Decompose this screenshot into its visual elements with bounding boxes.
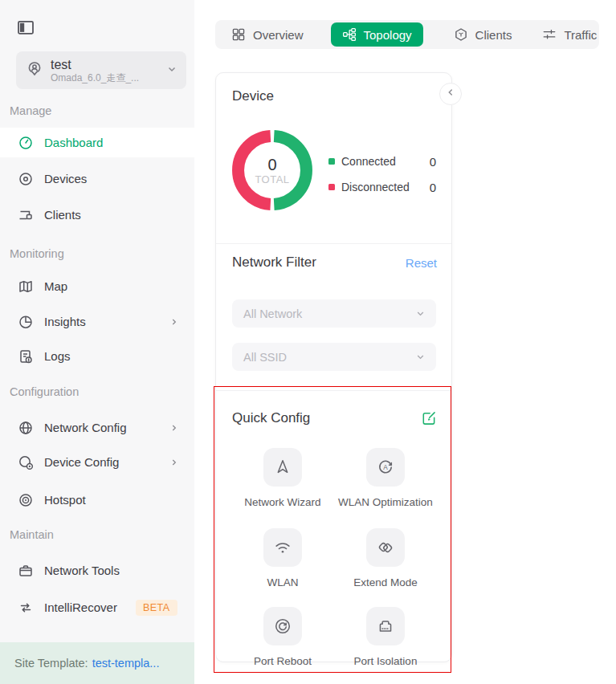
- quick-config-label: WLAN: [267, 576, 298, 588]
- chevron-right-icon: [169, 316, 180, 328]
- network-filter-header: Network Filter Reset: [232, 254, 437, 271]
- sidebar-item-device-config[interactable]: Device Config: [0, 447, 194, 477]
- sidebar-item-intellirecover[interactable]: IntelliRecover BETA: [0, 592, 194, 622]
- tab-label: Clients: [475, 28, 512, 42]
- quick-config-port-isolation[interactable]: Port Isolation: [329, 607, 442, 667]
- globe-icon: [18, 420, 34, 436]
- sidebar-item-label: Network Tools: [44, 564, 120, 577]
- section-label-manage: Manage: [10, 104, 51, 117]
- tab-label: Overview: [253, 28, 304, 42]
- insights-pie-icon: [18, 314, 34, 330]
- device-total-label: TOTAL: [255, 173, 289, 185]
- sidebar-item-clients[interactable]: Clients: [0, 200, 194, 230]
- clients-hexagon-icon: [454, 27, 468, 42]
- chevron-right-icon: [169, 457, 180, 468]
- device-config-gear-icon: [18, 454, 34, 470]
- section-divider: [216, 243, 451, 244]
- all-network-dropdown[interactable]: All Network: [232, 299, 436, 328]
- quick-config-label: WLAN Optimization: [338, 496, 433, 508]
- wifi-icon: [263, 528, 302, 567]
- site-info: test Omada_6.0_走查_...: [51, 57, 158, 84]
- sidebar-item-hotspot[interactable]: Hotspot: [0, 485, 194, 515]
- quick-config-network-wizard[interactable]: Network Wizard: [226, 448, 339, 508]
- sidebar-item-network-config[interactable]: Network Config: [0, 413, 194, 442]
- panel-collapse-icon: [16, 26, 35, 39]
- site-template-label: Site Template:: [14, 657, 88, 670]
- sidebar-item-devices[interactable]: Devices: [0, 164, 194, 193]
- sidebar-item-label: Map: [44, 279, 67, 293]
- site-subtitle: Omada_6.0_走查_...: [51, 72, 158, 84]
- map-icon: [18, 279, 34, 295]
- port-reboot-icon: [263, 607, 302, 645]
- sidebar-item-label: Logs: [44, 349, 71, 363]
- sidebar-item-label: Devices: [44, 172, 87, 185]
- sidebar-item-label: IntelliRecover: [44, 601, 117, 614]
- site-template-link[interactable]: test-templa...: [92, 657, 160, 670]
- site-template-footer: Site Template: test-templa...: [0, 642, 194, 684]
- connected-swatch: [328, 158, 335, 165]
- sidebar-item-network-tools[interactable]: Network Tools: [0, 556, 194, 585]
- extend-mode-icon: [366, 528, 405, 567]
- section-divider: [216, 390, 451, 391]
- quick-config-label: Extend Mode: [353, 576, 418, 588]
- all-ssid-dropdown[interactable]: All SSID: [232, 343, 436, 371]
- svg-text:A: A: [383, 464, 388, 471]
- sidebar-item-map[interactable]: Map: [0, 271, 194, 301]
- dropdown-value: All Network: [243, 307, 302, 320]
- recover-swap-icon: [18, 600, 34, 616]
- legend-row-disconnected: Disconnected 0: [328, 174, 436, 200]
- sidebar-item-label: Dashboard: [44, 136, 103, 149]
- legend-value: 0: [430, 155, 436, 169]
- sidebar-item-label: Hotspot: [44, 493, 86, 507]
- legend-row-connected: Connected 0: [328, 149, 436, 174]
- quick-config-wlan-optimization[interactable]: A WLAN Optimization: [329, 448, 442, 508]
- quick-config-label: Port Isolation: [354, 655, 418, 667]
- section-label-maintain: Maintain: [10, 528, 54, 541]
- quick-config-label: Port Reboot: [254, 655, 312, 667]
- tab-overview[interactable]: Overview: [231, 27, 304, 42]
- quick-config-port-reboot[interactable]: Port Reboot: [226, 607, 339, 667]
- quick-config-header: Quick Config: [232, 409, 437, 426]
- sidebar: test Omada_6.0_走查_... Manage Dashboard D…: [0, 0, 194, 684]
- device-total-value: 0: [267, 156, 276, 173]
- legend-value: 0: [430, 181, 436, 194]
- topology-icon: [342, 27, 357, 42]
- tab-topology[interactable]: Topology: [331, 22, 423, 47]
- legend-label: Connected: [341, 155, 396, 168]
- site-selector[interactable]: test Omada_6.0_走查_...: [16, 51, 186, 89]
- dropdown-value: All SSID: [243, 351, 287, 364]
- site-name: test: [51, 57, 158, 72]
- quick-config-extend-mode[interactable]: Extend Mode: [329, 528, 442, 588]
- sidebar-item-dashboard[interactable]: Dashboard: [0, 128, 194, 157]
- sidebar-item-label: Insights: [44, 315, 86, 328]
- topology-side-panel: Device 0 TOTAL Connected 0 Disconnected …: [215, 72, 452, 662]
- network-wizard-icon: [263, 448, 302, 487]
- quick-config-wlan[interactable]: WLAN: [226, 528, 339, 588]
- hotspot-disc-icon: [18, 492, 34, 508]
- omada-controller-page: test Omada_6.0_走查_... Manage Dashboard D…: [0, 0, 616, 684]
- panel-collapse-button[interactable]: [439, 83, 462, 105]
- tab-label: Topology: [364, 28, 412, 42]
- sidebar-item-label: Device Config: [44, 455, 119, 469]
- legend-label: Disconnected: [341, 181, 410, 193]
- chevron-down-icon: [414, 307, 426, 320]
- logs-document-icon: [18, 348, 34, 364]
- device-section-title: Device: [232, 88, 274, 104]
- sidebar-item-logs[interactable]: Logs: [0, 341, 194, 371]
- device-legend: Connected 0 Disconnected 0: [328, 149, 436, 200]
- dashboard-gauge-icon: [18, 135, 34, 151]
- device-donut-chart: 0 TOTAL: [232, 130, 312, 210]
- clients-laptop-icon: [18, 207, 34, 223]
- reset-link[interactable]: Reset: [406, 256, 437, 270]
- edit-icon[interactable]: [420, 409, 437, 426]
- tab-clients[interactable]: Clients: [454, 27, 512, 42]
- sidebar-collapse-button[interactable]: [16, 18, 35, 37]
- sidebar-item-insights[interactable]: Insights: [0, 307, 194, 336]
- chevron-down-icon: [165, 63, 178, 79]
- tab-traffic[interactable]: Traffic: [542, 27, 597, 42]
- section-label-monitoring: Monitoring: [10, 247, 64, 260]
- sidebar-item-label: Clients: [44, 208, 81, 222]
- chevron-left-icon: [445, 87, 456, 101]
- overview-grid-icon: [231, 27, 246, 42]
- tab-label: Traffic: [564, 28, 597, 42]
